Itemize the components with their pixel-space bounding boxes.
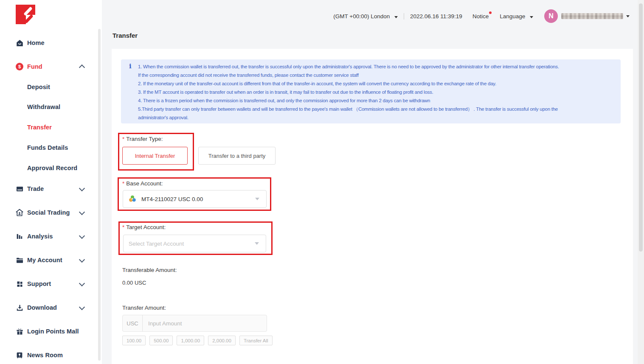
sidebar-item-transfer[interactable]: Transfer — [0, 122, 98, 133]
sidebar-item-social-trading[interactable]: Social Trading — [0, 207, 98, 218]
fund-icon: $ — [15, 62, 24, 71]
timezone-selector[interactable]: (GMT +00:00) London — [333, 13, 398, 20]
language-label: Language — [500, 13, 525, 20]
quick-amount-button[interactable]: 500.00 — [149, 336, 173, 345]
target-account-dropdown[interactable]: Select Target Account — [123, 235, 266, 252]
news-room-icon — [15, 351, 24, 359]
notice-label: Notice — [472, 13, 489, 20]
sidebar-item-withdrawal[interactable]: Withdrawal — [0, 101, 98, 112]
transfer-amount-input[interactable]: USC Input Amount — [122, 315, 267, 332]
notification-dot — [489, 11, 492, 14]
sidebar-item-funds-details[interactable]: Funds Details — [0, 142, 98, 153]
page-scrollbar-track[interactable] — [638, 0, 644, 364]
sidebar-item-login-points-mall[interactable]: Login Points Mall — [0, 326, 98, 337]
sidebar-scrollbar[interactable] — [98, 29, 101, 361]
sidebar-item-label: Home — [27, 39, 45, 46]
sidebar: Home $ Fund Deposit Withdrawal Transfer … — [0, 0, 102, 364]
transfer-page: Home $ Fund Deposit Withdrawal Transfer … — [0, 0, 644, 364]
sidebar-item-label: Fund — [27, 63, 42, 70]
sidebar-item-my-account[interactable]: My Account — [0, 255, 98, 266]
quick-amount-button[interactable]: 2,000.00 — [208, 336, 236, 345]
quick-amount-button[interactable]: 1,000.00 — [177, 336, 204, 345]
chevron-down-icon — [79, 280, 85, 286]
sidebar-item-label: Trade — [27, 185, 44, 192]
chevron-down-icon — [79, 209, 85, 215]
sidebar-item-home[interactable]: Home — [0, 37, 98, 48]
username-blurred[interactable] — [561, 13, 623, 19]
caret-down-icon — [626, 15, 630, 17]
sidebar-item-label: Social Trading — [27, 209, 70, 216]
support-icon — [15, 280, 24, 288]
chevron-down-icon — [79, 304, 85, 310]
base-account-value: MT4-2110027 USC 0.00 — [141, 196, 203, 202]
base-account-label: *Base Account: — [122, 180, 163, 187]
sidebar-item-deposit[interactable]: Deposit — [0, 81, 98, 92]
sidebar-item-label: Transfer — [27, 124, 52, 131]
mt4-account-icon — [128, 194, 137, 204]
notice-box: i 1. When the commission wallet is trans… — [121, 59, 621, 123]
sidebar-item-fund[interactable]: $ Fund — [0, 61, 98, 72]
transfer-amount-label: Transfer Amount: — [122, 305, 166, 311]
page-title: Transfer — [112, 32, 138, 39]
sidebar-item-support[interactable]: Support — [0, 278, 98, 289]
notice-line: 5.Third party transfer can only transfer… — [138, 105, 618, 113]
sidebar-item-label: Analysis — [27, 233, 53, 240]
gift-icon — [15, 327, 24, 336]
timezone-label: (GMT +00:00) London — [333, 13, 390, 20]
target-account-placeholder: Select Target Account — [129, 241, 184, 247]
trade-icon — [15, 185, 24, 193]
required-asterisk: * — [122, 224, 124, 230]
sidebar-item-label: Withdrawal — [27, 104, 60, 110]
topbar: (GMT +00:00) London 2022.06.16 11:39:19 … — [333, 9, 630, 23]
sidebar-item-label: News Room — [27, 352, 63, 358]
third-party-transfer-button[interactable]: Transfer to a third party — [198, 147, 276, 165]
currency-prefix: USC — [123, 315, 143, 331]
sidebar-item-trade[interactable]: Trade — [0, 183, 98, 194]
internal-transfer-button[interactable]: Internal Transfer — [122, 147, 188, 165]
sidebar-item-download[interactable]: Download — [0, 302, 98, 313]
notice-line: 4. There is a frozen period when the com… — [138, 96, 618, 105]
dropdown-caret-icon — [255, 198, 259, 200]
sidebar-item-label: Download — [27, 304, 57, 311]
sidebar-item-label: Approval Record — [27, 165, 77, 171]
chevron-up-icon — [79, 64, 85, 70]
caret-down-icon — [530, 16, 533, 18]
sidebar-item-label: Deposit — [27, 84, 50, 90]
notice-line: 1. When the commission wallet is transfe… — [138, 62, 618, 71]
chevron-down-icon — [79, 256, 85, 262]
required-asterisk: * — [122, 180, 124, 187]
transfer-type-label: *Transfer Type: — [122, 136, 163, 142]
amount-placeholder: Input Amount — [148, 320, 182, 327]
sidebar-item-label: Funds Details — [27, 144, 68, 151]
folder-icon — [15, 256, 24, 264]
transfer-card: i 1. When the commission wallet is trans… — [112, 49, 633, 364]
sidebar-item-news-room[interactable]: News Room — [0, 350, 98, 361]
dropdown-caret-icon — [255, 242, 259, 245]
sidebar-item-approval-record[interactable]: Approval Record — [0, 162, 98, 174]
sidebar-item-label: Login Points Mall — [27, 328, 79, 335]
notice-line: 3. If the MT account is operated to tran… — [138, 88, 618, 96]
transferable-amount-label: Transferable Amount: — [122, 267, 177, 273]
topbar-divider — [404, 13, 404, 20]
notice-line: If the corresponding account did not rec… — [138, 71, 618, 79]
required-asterisk: * — [122, 136, 124, 142]
quick-amount-button[interactable]: 100.00 — [122, 336, 146, 345]
transfer-all-button[interactable]: Transfer All — [239, 336, 273, 345]
base-account-dropdown[interactable]: MT4-2110027 USC 0.00 — [123, 190, 267, 208]
quick-amount-row: 100.00 500.00 1,000.00 2,000.00 Transfer… — [122, 336, 273, 345]
notice-button[interactable]: Notice — [472, 13, 489, 20]
notice-text: 1. When the commission wallet is transfe… — [138, 62, 618, 122]
avatar[interactable]: N — [544, 9, 558, 23]
brand-logo[interactable] — [16, 5, 35, 24]
info-icon: i — [129, 62, 132, 70]
target-account-label: *Target Account: — [122, 224, 166, 230]
sidebar-item-label: Support — [27, 280, 51, 287]
analysis-icon — [15, 232, 24, 241]
language-selector[interactable]: Language — [500, 13, 533, 20]
notice-line: 2. If the monetary unit of the transfer-… — [138, 79, 618, 88]
sidebar-item-analysis[interactable]: Analysis — [0, 231, 98, 242]
transferable-amount-value: 0.00 USC — [122, 280, 146, 286]
caret-down-icon — [394, 16, 398, 18]
page-scrollbar-thumb[interactable] — [639, 3, 643, 252]
home-icon — [15, 39, 24, 47]
